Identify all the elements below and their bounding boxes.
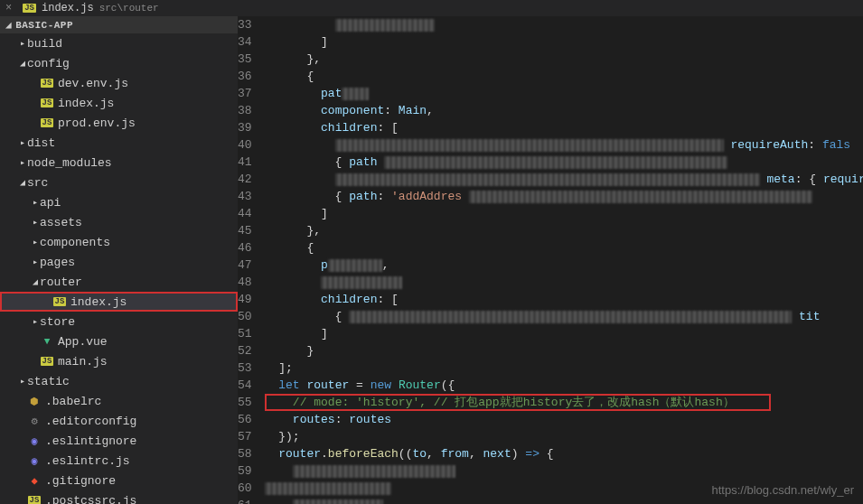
code-line[interactable]: { path: 'addAddres x xyxy=(265,188,863,205)
code-line[interactable]: x xyxy=(265,497,863,504)
code-line[interactable]: children: [ xyxy=(265,291,863,308)
tree-label: components xyxy=(40,236,110,249)
eslint-icon: ◉ xyxy=(31,454,37,468)
tree-label: .eslintignore xyxy=(45,434,136,448)
tree-label: .postcssrc.js xyxy=(45,494,136,505)
folder-item[interactable]: ▸assets xyxy=(0,212,238,232)
code-line[interactable]: x xyxy=(265,462,863,480)
chevron-right-icon: ▸ xyxy=(31,217,40,228)
project-name: BASIC-APP xyxy=(15,20,73,31)
chevron-down-icon: ◢ xyxy=(18,177,27,188)
chevron-right-icon: ▸ xyxy=(31,316,40,327)
js-icon: JS xyxy=(23,4,36,13)
tree-label: index.js xyxy=(70,295,127,309)
tree-label: pages xyxy=(40,256,75,269)
code-line[interactable]: { xyxy=(265,68,863,85)
code-line[interactable]: x xyxy=(265,274,863,291)
code-line[interactable]: }, xyxy=(265,222,863,239)
file-item[interactable]: JSprod.env.js xyxy=(0,113,238,133)
code-line[interactable]: x meta: { require xyxy=(265,171,863,188)
tree-label: src xyxy=(27,176,48,190)
code-line[interactable]: { x tit xyxy=(265,308,863,325)
file-item[interactable]: ◉.eslintignore xyxy=(0,431,238,451)
js-icon: JS xyxy=(41,357,54,366)
folder-item[interactable]: ▸api xyxy=(0,192,238,212)
tree-label: .editorconfig xyxy=(45,415,136,428)
file-item[interactable]: ▼App.vue xyxy=(0,331,238,351)
folder-item[interactable]: ▸pages xyxy=(0,252,238,272)
babel-icon: ⬢ xyxy=(30,396,39,407)
file-item[interactable]: ⬢.babelrc xyxy=(0,391,238,411)
tab-filename: index.js xyxy=(42,2,94,14)
tree-label: dist xyxy=(27,136,55,150)
code-line[interactable]: // mode: 'history', // 打包app就把history去了，… xyxy=(265,394,863,411)
code-line[interactable]: children: [ xyxy=(265,119,863,136)
file-item[interactable]: ◉.eslintrc.js xyxy=(0,451,238,471)
js-icon: JS xyxy=(41,118,54,127)
tree-label: node_modules xyxy=(27,156,112,170)
tree-label: index.js xyxy=(58,97,114,110)
chevron-right-icon: ▸ xyxy=(18,157,27,168)
vue-icon: ▼ xyxy=(44,336,51,347)
folder-item[interactable]: ▸static xyxy=(0,371,238,391)
code-line[interactable]: x xyxy=(265,16,863,33)
code-line[interactable]: ] xyxy=(265,33,863,51)
folder-item[interactable]: ◢router xyxy=(0,272,238,292)
code-line[interactable]: { path x xyxy=(265,154,863,171)
tree-label: prod.env.js xyxy=(58,117,136,130)
code-line[interactable]: }); xyxy=(265,428,863,445)
eslint-icon: ◉ xyxy=(31,434,37,448)
folder-item[interactable]: ▸store xyxy=(0,312,238,331)
code-line[interactable]: px, xyxy=(265,257,863,274)
project-header[interactable]: ◢ BASIC-APP xyxy=(0,16,238,33)
code-line[interactable]: ] xyxy=(265,325,863,342)
code-line[interactable]: component: Main, xyxy=(265,102,863,119)
chevron-right-icon: ▸ xyxy=(18,376,27,387)
close-icon[interactable]: × xyxy=(5,2,12,14)
file-item[interactable]: ◆.gitignore xyxy=(0,471,238,490)
code-line[interactable]: routes: routes xyxy=(265,411,863,428)
code-line[interactable]: patx xyxy=(265,85,863,102)
file-item[interactable]: JSindex.js xyxy=(0,292,238,312)
folder-item[interactable]: ◢config xyxy=(0,53,238,73)
js-icon: JS xyxy=(41,98,54,107)
line-gutter: 3334353637383940414243444546474849505152… xyxy=(238,16,265,504)
folder-item[interactable]: ▸build xyxy=(0,33,238,53)
tree-label: App.vue xyxy=(58,335,108,349)
chevron-right-icon: ▸ xyxy=(31,237,40,247)
file-item[interactable]: JSdev.env.js xyxy=(0,73,238,93)
tree-label: build xyxy=(27,37,62,51)
file-item[interactable]: JSindex.js xyxy=(0,93,238,113)
folder-item[interactable]: ▸node_modules xyxy=(0,153,238,173)
code-content[interactable]: x ] }, { patx component: Main, children:… xyxy=(265,16,863,504)
file-item[interactable]: JSmain.js xyxy=(0,351,238,371)
tree-label: api xyxy=(40,196,61,210)
code-editor[interactable]: 3334353637383940414243444546474849505152… xyxy=(238,16,863,504)
code-line[interactable]: ]; xyxy=(265,359,863,377)
code-line[interactable]: router.beforeEach((to, from, next) => { xyxy=(265,445,863,462)
code-line[interactable]: } xyxy=(265,342,863,359)
watermark: https://blog.csdn.net/wly_er xyxy=(711,483,854,497)
editor-tab[interactable]: × JS index.js src\router xyxy=(5,2,159,14)
tree-label: dev.env.js xyxy=(58,77,128,90)
chevron-right-icon: ▸ xyxy=(18,38,27,49)
code-line[interactable]: { xyxy=(265,239,863,257)
chevron-right-icon: ▸ xyxy=(18,137,27,148)
git-icon: ◆ xyxy=(31,474,37,488)
code-line[interactable]: }, xyxy=(265,51,863,68)
tree-label: assets xyxy=(40,216,82,229)
folder-item[interactable]: ▸dist xyxy=(0,133,238,153)
chevron-right-icon: ▸ xyxy=(31,257,40,267)
chevron-down-icon: ◢ xyxy=(18,58,27,69)
folder-item[interactable]: ◢src xyxy=(0,173,238,192)
chevron-right-icon: ▸ xyxy=(31,197,40,208)
code-line[interactable]: x requireAuth: fals xyxy=(265,136,863,154)
file-item[interactable]: ⚙.editorconfig xyxy=(0,411,238,431)
js-icon: JS xyxy=(28,496,42,504)
code-line[interactable]: let router = new Router({ xyxy=(265,377,863,394)
file-explorer[interactable]: ◢ BASIC-APP ▸build◢configJSdev.env.jsJSi… xyxy=(0,16,238,504)
file-item[interactable]: JS.postcssrc.js xyxy=(0,490,238,504)
folder-item[interactable]: ▸components xyxy=(0,232,238,252)
chevron-down-icon: ◢ xyxy=(31,276,40,287)
code-line[interactable]: ] xyxy=(265,205,863,222)
